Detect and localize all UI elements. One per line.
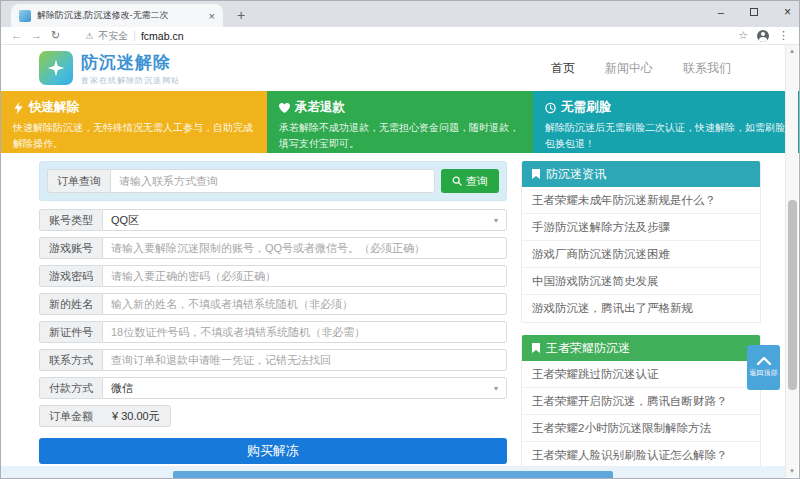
forward-icon[interactable]: → [31,30,42,41]
nav-item-contact[interactable]: 联系我们 [683,60,731,77]
heart-icon [279,102,290,114]
sidebar-news-item[interactable]: 手游防沉迷解除方法及步骤 [522,214,760,241]
lightning-icon [13,102,24,114]
clock-icon [545,102,556,114]
browser-toolbar: ← → ↻ ⚠ 不安全 | fcmab.cn ☆ ⋮ [1,27,799,45]
site-header: 防沉迷解除 首家在线解除防沉迷网站 首页 新闻中心 联系我们 [1,45,799,91]
payment-method-value: 微信 [111,381,133,396]
address-separator: | [133,30,136,41]
contact-label: 联系方式 [39,349,102,371]
nav-item-home[interactable]: 首页 [551,60,575,77]
url-text: fcmab.cn [141,30,184,42]
back-icon[interactable]: ← [11,30,22,41]
sidebar-section-honor-header: 王者荣耀防沉迷 [522,335,760,361]
scrollbar-up-arrow[interactable]: ▲ [786,48,798,54]
banner-fast-unlock: 快速解除 快速解除防沉迷，无特殊情况无需人工参与，自助完成解除操作。 [1,91,267,153]
banner-desc: 快速解除防沉迷，无特殊情况无需人工参与，自助完成解除操作。 [13,120,255,151]
brand-block: 防沉迷解除 首家在线解除防沉迷网站 [81,51,180,86]
banner-title: 快速解除 [29,99,79,116]
sidebar-section-news-header: 防沉迷资讯 [522,161,760,187]
browser-menu-icon[interactable]: ⋮ [778,29,789,42]
form-row-game-password: 游戏密码 [39,265,507,287]
chevron-up-icon [757,357,771,365]
sidebar-section-news: 防沉迷资讯 王者荣耀未成年防沉迷新规是什么？ 手游防沉迷解除方法及步骤 游戏厂商… [521,161,761,323]
security-label: 不安全 [98,29,128,43]
tab-close-icon[interactable]: × [209,10,215,22]
payment-method-label: 付款方式 [39,377,102,399]
browser-tab[interactable]: 解除防沉迷,防沉迷修改-无需二次 × [11,4,223,27]
footer-accent-bar [173,471,613,478]
window-minimize-button[interactable]: – [718,6,724,18]
sidebar-honor-item[interactable]: 王者荣耀2小时防沉迷限制解除方法 [522,415,760,442]
footer-strip [1,466,785,478]
reload-icon[interactable]: ↻ [51,30,60,41]
search-icon [452,176,462,186]
banner-desc: 解除防沉迷后无需刷脸二次认证，快速解除，如需刷脸包换包退！ [545,120,787,151]
sidebar-news-item[interactable]: 王者荣耀未成年防沉迷新规是什么？ [522,187,760,214]
order-query-input[interactable] [110,169,435,193]
bookmark-icon [532,169,540,179]
form-row-contact: 联系方式 [39,349,507,371]
back-to-top-label: 返回顶部 [750,368,778,378]
bookmark-icon [532,343,540,353]
new-id-number-input[interactable] [102,321,507,343]
banner-no-face-scan: 无需刷脸 解除防沉迷后无需刷脸二次认证，快速解除，如需刷脸包换包退！ [533,91,799,153]
site-subtitle: 首家在线解除防沉迷网站 [81,75,180,86]
sidebar-honor-item[interactable]: 王者荣耀开启防沉迷，腾讯自断财路？ [522,388,760,415]
tab-title: 解除防沉迷,防沉迷修改-无需二次 [37,9,203,22]
game-password-label: 游戏密码 [39,265,102,287]
page-scrollbar[interactable]: ▲ ▼ [785,45,798,477]
site-logo-icon[interactable] [39,51,73,85]
chevron-down-icon: ▾ [494,216,498,225]
sidebar-news-item[interactable]: 游戏防沉迷，腾讯出了严格新规 [522,295,760,322]
main-content: 订单查询 查询 账号类型 QQ区 ▾ 游戏账号 [1,153,799,479]
sidebar-honor-item[interactable]: 王者荣耀跳过防沉迷认证 [522,361,760,388]
payment-method-select[interactable]: 微信 ▾ [102,377,507,399]
tab-favicon-icon [19,10,31,22]
sidebar-honor-item[interactable]: 王者荣耀人脸识别刷脸认证怎么解除？ [522,442,760,469]
buy-unfreeze-button[interactable]: 购买解冻 [39,438,507,464]
feature-banners: 快速解除 快速解除防沉迷，无特殊情况无需人工参与，自助完成解除操作。 承若退款 … [1,91,799,153]
profile-avatar[interactable] [757,30,769,42]
account-type-value: QQ区 [111,213,139,228]
back-to-top-button[interactable]: 返回顶部 [747,345,780,390]
order-query-button-label: 查询 [466,174,488,189]
game-account-label: 游戏账号 [39,237,102,259]
new-id-number-label: 新证件号 [39,321,102,343]
order-query-box: 订单查询 查询 [39,161,507,201]
new-name-input[interactable] [102,293,507,315]
account-type-select[interactable]: QQ区 ▾ [102,209,507,231]
order-amount-label: 订单金额 [39,405,102,427]
order-query-label: 订单查询 [47,169,110,193]
browser-window: 解除防沉迷,防沉迷修改-无需二次 × + – × ← → ↻ ⚠ 不安全 | f… [0,0,800,479]
contact-input[interactable] [102,349,507,371]
order-query-button[interactable]: 查询 [441,169,499,193]
site-title: 防沉迷解除 [81,51,180,74]
insecure-warning-icon: ⚠ [85,31,93,41]
form-row-new-id-number: 新证件号 [39,321,507,343]
game-password-input[interactable] [102,265,507,287]
sidebar-news-item[interactable]: 中国游戏防沉迷简史发展 [522,268,760,295]
new-tab-button[interactable]: + [237,7,245,23]
game-account-input[interactable] [102,237,507,259]
scrollbar-down-arrow[interactable]: ▼ [786,468,798,474]
banner-title: 无需刷脸 [561,99,611,116]
order-form-column: 订单查询 查询 账号类型 QQ区 ▾ 游戏账号 [39,161,507,479]
sidebar-section-title: 王者荣耀防沉迷 [546,340,630,357]
new-name-label: 新的姓名 [39,293,102,315]
tab-strip: 解除防沉迷,防沉迷修改-无需二次 × + – × [1,1,799,27]
address-bar[interactable]: ⚠ 不安全 | fcmab.cn [69,29,729,43]
banner-title: 承若退款 [295,99,345,116]
window-close-button[interactable]: × [784,5,791,19]
sidebar-section-honor-of-kings: 王者荣耀防沉迷 王者荣耀跳过防沉迷认证 王者荣耀开启防沉迷，腾讯自断财路？ 王者… [521,335,761,470]
account-type-label: 账号类型 [39,209,102,231]
bookmark-star-icon[interactable]: ☆ [738,29,748,42]
form-row-order-amount: 订单金额 ¥ 30.00元 [39,405,171,427]
scrollbar-thumb[interactable] [788,200,797,390]
form-row-game-account: 游戏账号 [39,237,507,259]
window-maximize-button[interactable] [750,8,758,16]
nav-item-news[interactable]: 新闻中心 [605,60,653,77]
sidebar-news-item[interactable]: 游戏厂商防沉迷防沉迷困难 [522,241,760,268]
banner-desc: 承若解除不成功退款，无需担心资金问题，随时退款，填写支付宝即可。 [279,120,521,151]
chevron-down-icon: ▾ [494,384,498,393]
